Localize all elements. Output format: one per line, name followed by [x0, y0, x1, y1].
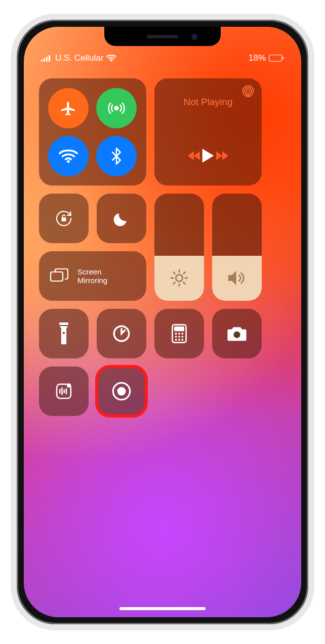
svg-point-30: [233, 332, 240, 338]
svg-point-23: [181, 333, 183, 335]
airplane-icon: [60, 100, 77, 117]
phone-frame: U.S. Cellular 18%: [11, 14, 314, 630]
camera-icon: [227, 326, 247, 342]
screen: U.S. Cellular 18%: [24, 27, 301, 617]
brightness-icon: [170, 268, 189, 288]
wifi-button[interactable]: [48, 136, 89, 176]
volume-fill: [212, 256, 262, 301]
svg-point-32: [67, 384, 71, 388]
rewind-button[interactable]: [188, 151, 201, 163]
battery-percent-label: 18%: [249, 53, 266, 63]
brightness-slider[interactable]: [154, 194, 204, 301]
svg-point-4: [111, 60, 112, 62]
bluetooth-button[interactable]: [96, 136, 137, 176]
wifi-icon: [59, 149, 78, 164]
svg-point-8: [115, 106, 118, 110]
svg-rect-20: [175, 327, 184, 331]
battery-icon: [269, 55, 284, 62]
timer-button[interactable]: [97, 309, 146, 358]
screen-mirroring-button[interactable]: Screen Mirroring: [39, 251, 146, 301]
notch: [104, 27, 221, 46]
svg-point-9: [67, 160, 69, 162]
svg-point-29: [181, 339, 183, 341]
svg-rect-2: [46, 57, 48, 62]
airplane-mode-button[interactable]: [48, 88, 89, 128]
brightness-fill: [154, 256, 204, 301]
moon-icon: [113, 210, 130, 227]
do-not-disturb-button[interactable]: [97, 194, 146, 243]
orientation-lock-button[interactable]: [39, 194, 89, 243]
code-scanner-icon: [54, 382, 73, 401]
svg-rect-1: [44, 58, 45, 62]
svg-point-24: [175, 336, 177, 338]
svg-point-26: [181, 336, 183, 338]
status-bar: U.S. Cellular 18%: [24, 53, 301, 63]
svg-point-21: [175, 333, 177, 335]
camera-button[interactable]: [212, 309, 262, 358]
screen-record-button[interactable]: [97, 366, 146, 416]
svg-point-11: [245, 87, 252, 95]
connectivity-panel[interactable]: [39, 78, 146, 186]
bluetooth-icon: [111, 148, 122, 165]
svg-point-22: [178, 333, 180, 335]
svg-point-28: [178, 339, 180, 341]
svg-point-34: [117, 387, 126, 395]
svg-rect-0: [41, 60, 43, 62]
volume-icon: [227, 269, 247, 287]
screen-record-icon: [111, 381, 132, 401]
cellular-signal-icon: [41, 55, 52, 62]
screen-mirroring-label: Screen Mirroring: [77, 267, 107, 285]
svg-rect-13: [62, 217, 66, 221]
code-scanner-button[interactable]: [39, 366, 89, 416]
svg-point-27: [175, 339, 177, 341]
screen-mirroring-icon: [49, 268, 69, 284]
orientation-lock-icon: [54, 208, 74, 228]
wifi-icon: [106, 55, 116, 62]
cellular-data-button[interactable]: [96, 88, 137, 128]
volume-slider[interactable]: [212, 194, 262, 301]
svg-point-15: [176, 275, 182, 282]
calculator-button[interactable]: [154, 309, 204, 358]
svg-rect-7: [282, 57, 283, 59]
svg-point-10: [247, 89, 250, 93]
carrier-label: U.S. Cellular: [55, 53, 103, 63]
svg-point-25: [178, 336, 180, 338]
control-center: Not Playing: [24, 78, 301, 424]
flashlight-button[interactable]: [39, 309, 89, 358]
calculator-icon: [172, 324, 187, 343]
play-button[interactable]: [201, 148, 215, 165]
forward-button[interactable]: [215, 151, 228, 163]
svg-rect-17: [59, 325, 68, 326]
svg-rect-14: [51, 272, 63, 281]
airplay-icon[interactable]: [241, 85, 255, 100]
media-panel[interactable]: Not Playing: [154, 78, 262, 186]
media-title: Not Playing: [183, 97, 232, 108]
svg-rect-3: [49, 55, 50, 62]
svg-rect-6: [270, 56, 272, 60]
timer-icon: [112, 324, 131, 343]
antenna-icon: [107, 99, 126, 117]
home-indicator[interactable]: [119, 607, 206, 610]
flashlight-icon: [58, 323, 70, 345]
svg-point-16: [63, 332, 65, 334]
